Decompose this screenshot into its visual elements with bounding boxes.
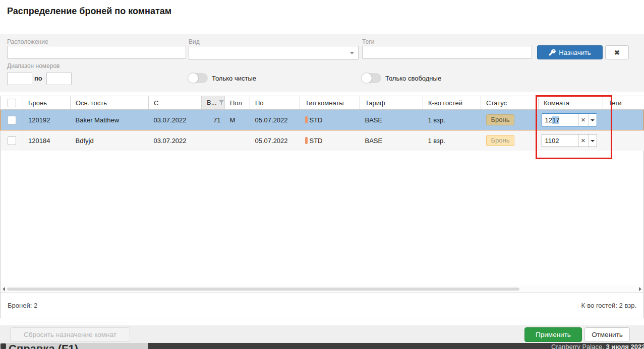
clear-room-icon[interactable]: × xyxy=(578,134,588,147)
cell-date-to: 05.07.2022 xyxy=(250,130,300,151)
header-guest-count[interactable]: К-во гостей xyxy=(423,96,481,110)
tags-label: Теги xyxy=(362,38,374,45)
location-input[interactable] xyxy=(7,46,186,59)
filter-icon xyxy=(219,99,224,107)
room-type-marker-icon xyxy=(305,116,308,123)
view-select[interactable] xyxy=(189,46,359,60)
cell-tags xyxy=(603,130,644,151)
reset-room-assignment-button[interactable]: Сбросить назначение комнат xyxy=(10,327,130,342)
scrollbar-thumb[interactable] xyxy=(7,288,519,291)
room-combobox[interactable]: 1217 × xyxy=(542,113,597,126)
row-checkbox[interactable] xyxy=(8,136,16,145)
chevron-down-icon xyxy=(350,52,354,54)
table-row[interactable]: 120184 Bdfyjd 03.07.2022 05.07.2022 STD … xyxy=(1,130,644,151)
range-label: Диапазон номеров xyxy=(7,62,60,69)
view-label: Вид xyxy=(189,38,200,45)
table-footer: Броней: 2 К-во гостей: 2 взр. xyxy=(1,293,643,318)
cell-room: 1102 × xyxy=(539,130,603,151)
help-icon xyxy=(1,343,6,349)
status-badge: Бронь xyxy=(486,114,515,125)
toggle-knob xyxy=(188,73,198,83)
horizontal-scrollbar[interactable] xyxy=(1,286,643,293)
bookings-table-panel: Бронь Осн. гость С В... Пол По Тип комна… xyxy=(0,96,644,318)
scroll-left-icon[interactable] xyxy=(3,287,5,291)
only-clean-toggle[interactable] xyxy=(189,73,208,83)
header-date-to[interactable]: По xyxy=(250,96,300,110)
cell-date-from: 03.07.2022 xyxy=(149,110,202,130)
status-bar: Справка (F1) Cranberry Palace, 3 июля 20… xyxy=(0,343,644,349)
header-room-type[interactable]: Тип комнаты xyxy=(300,96,360,110)
cell-rate: BASE xyxy=(360,130,423,151)
header-status[interactable]: Статус xyxy=(481,96,539,110)
assign-button-label: Назначить xyxy=(559,49,591,56)
header-age[interactable]: В... xyxy=(202,96,225,110)
header-date-from[interactable]: С xyxy=(149,96,202,110)
cell-date-to: 05.07.2022 xyxy=(250,110,300,130)
clear-room-icon[interactable]: × xyxy=(578,114,588,126)
header-room[interactable]: Комната xyxy=(539,96,603,110)
room-input[interactable]: 1102 xyxy=(542,134,578,147)
filter-panel: Расположение Вид Теги Назначить ✖ Диапаз… xyxy=(0,34,644,92)
help-menu-item[interactable]: Справка (F1) xyxy=(0,343,148,349)
cancel-button[interactable]: Отменить xyxy=(584,327,630,342)
toggle-knob xyxy=(362,73,372,83)
cell-gender xyxy=(225,130,250,151)
cell-room-type: STD xyxy=(300,130,360,151)
only-free-toggle[interactable] xyxy=(362,73,381,83)
room-dropdown-icon[interactable] xyxy=(588,114,597,126)
cell-gender: М xyxy=(225,110,250,130)
cell-age: 71 xyxy=(202,110,225,130)
tags-input[interactable] xyxy=(362,46,532,59)
cell-status: Бронь xyxy=(481,130,539,151)
cell-tags xyxy=(603,110,644,130)
room-type-marker-icon xyxy=(305,137,308,144)
only-free-label: Только свободные xyxy=(385,75,441,82)
header-rate[interactable]: Тариф xyxy=(360,96,423,110)
select-all-checkbox[interactable] xyxy=(8,99,16,107)
cell-guest: Bdfyjd xyxy=(71,130,149,151)
room-combobox[interactable]: 1102 × xyxy=(542,134,597,147)
room-dropdown-icon[interactable] xyxy=(588,134,597,147)
header-booking[interactable]: Бронь xyxy=(23,96,71,110)
bookings-count: Броней: 2 xyxy=(8,302,37,309)
range-to-input[interactable] xyxy=(46,72,72,85)
clear-filters-button[interactable]: ✖ xyxy=(605,45,629,59)
range-from-input[interactable] xyxy=(7,72,32,85)
status-badge: Бронь xyxy=(486,135,515,146)
assign-button[interactable]: Назначить xyxy=(537,45,603,59)
cell-age xyxy=(202,130,225,151)
header-tags[interactable]: Теги xyxy=(603,96,644,110)
header-gender[interactable]: Пол xyxy=(225,96,250,110)
action-bar: Сбросить назначение комнат Применить Отм… xyxy=(0,325,644,343)
cell-room: 1217 × xyxy=(539,110,603,130)
table-header-row: Бронь Осн. гость С В... Пол По Тип комна… xyxy=(1,96,644,110)
help-label: Справка (F1) xyxy=(9,343,78,349)
room-input[interactable]: 1217 xyxy=(542,114,578,126)
cell-status: Бронь xyxy=(481,110,539,130)
only-clean-label: Только чистые xyxy=(212,75,256,82)
location-label: Расположение xyxy=(7,38,48,45)
bookings-table: Бронь Осн. гость С В... Пол По Тип комна… xyxy=(1,96,644,151)
header-guest[interactable]: Осн. гость xyxy=(71,96,149,110)
table-row[interactable]: 120192 Baker Matthew 03.07.2022 71 М 05.… xyxy=(1,110,644,130)
scroll-right-icon[interactable] xyxy=(639,287,641,291)
cell-rate: BASE xyxy=(360,110,423,130)
hotel-date-info: Cranberry Palace, 3 июля 2022 xyxy=(551,343,644,349)
cell-guest-count: 1 взр. xyxy=(423,130,481,151)
cell-booking: 120184 xyxy=(23,130,71,151)
page-title: Распределение броней по комнатам xyxy=(7,6,171,17)
cell-booking: 120192 xyxy=(23,110,71,130)
cell-guest: Baker Matthew xyxy=(71,110,149,130)
cell-guest-count: 1 взр. xyxy=(423,110,481,130)
apply-button[interactable]: Применить xyxy=(524,327,582,342)
key-icon xyxy=(549,49,556,56)
assign-rooms-dialog: Распределение броней по комнатам Располо… xyxy=(0,0,644,349)
row-checkbox[interactable] xyxy=(8,116,16,124)
guests-count: К-во гостей: 2 взр. xyxy=(581,302,636,309)
cell-room-type: STD xyxy=(300,110,360,130)
statusbar-dark-strip: Cranberry Palace, 3 июля 2022 xyxy=(148,343,644,349)
cell-date-from: 03.07.2022 xyxy=(149,130,202,151)
close-icon: ✖ xyxy=(614,49,620,56)
range-separator: по xyxy=(34,75,42,82)
selected-text: 17 xyxy=(552,116,559,124)
